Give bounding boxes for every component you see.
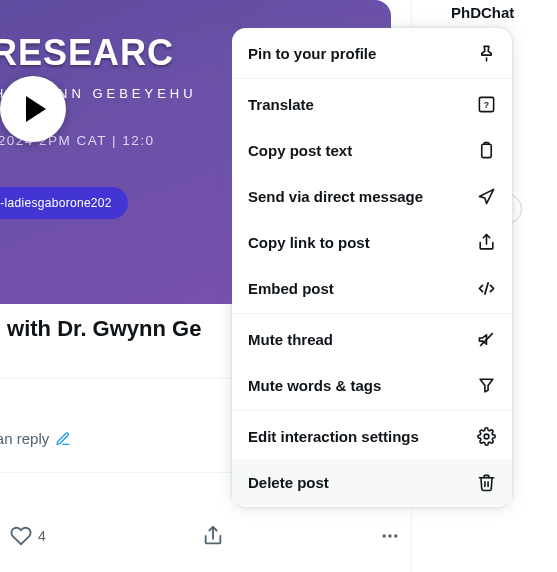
post-title: search with Dr. Gwynn Ge [0,316,201,342]
edit-reply-icon[interactable] [55,431,71,447]
menu-label: Send via direct message [248,188,423,205]
menu-separator [232,313,512,314]
more-button[interactable] [380,526,400,546]
menu-label: Copy link to post [248,234,370,251]
menu-label: Pin to your profile [248,45,376,62]
svg-text:?: ? [483,99,488,109]
menu-embed-post[interactable]: Embed post [232,265,512,311]
reply-restriction-text[interactable]: ody can reply [0,430,71,447]
code-icon [476,278,496,298]
menu-label: Delete post [248,474,329,491]
clipboard-icon [476,140,496,160]
play-icon [26,96,46,122]
menu-pin-to-profile[interactable]: Pin to your profile [232,30,512,76]
menu-mute-thread[interactable]: Mute thread [232,316,512,362]
menu-label: Mute words & tags [248,377,381,394]
send-icon [476,186,496,206]
share-up-icon [476,232,496,252]
video-link-pill: r-ladiesgaborone202 [0,187,128,219]
svg-point-10 [484,434,489,439]
svg-line-8 [484,282,487,293]
like-button[interactable]: 4 [10,525,46,547]
menu-mute-words[interactable]: Mute words & tags [232,362,512,408]
menu-delete-post[interactable]: Delete post [232,459,512,505]
svg-point-2 [388,534,391,537]
svg-point-1 [382,534,385,537]
menu-translate[interactable]: Translate ? [232,81,512,127]
post-context-menu: Pin to your profile Translate ? Copy pos… [232,28,512,507]
menu-separator [232,410,512,411]
menu-send-dm[interactable]: Send via direct message [232,173,512,219]
trend-item[interactable]: PhDChat [451,4,514,21]
svg-rect-6 [481,144,491,157]
gear-icon [476,426,496,446]
post-actions-bar: 4 [10,525,400,547]
heart-icon [10,525,32,547]
share-button[interactable] [202,525,224,547]
menu-label: Embed post [248,280,334,297]
menu-copy-link[interactable]: Copy link to post [232,219,512,265]
pin-icon [476,43,496,63]
menu-label: Mute thread [248,331,333,348]
menu-copy-post-text[interactable]: Copy post text [232,127,512,173]
translate-icon: ? [476,94,496,114]
menu-label: Translate [248,96,314,113]
mute-icon [476,329,496,349]
menu-label: Edit interaction settings [248,428,419,445]
like-count: 4 [38,528,46,544]
menu-separator [232,78,512,79]
trash-icon [476,472,496,492]
svg-point-3 [394,534,397,537]
filter-icon [476,375,496,395]
menu-label: Copy post text [248,142,352,159]
reply-text: ody can reply [0,430,49,447]
video-play-button[interactable] [0,76,66,142]
menu-edit-interaction[interactable]: Edit interaction settings [232,413,512,459]
